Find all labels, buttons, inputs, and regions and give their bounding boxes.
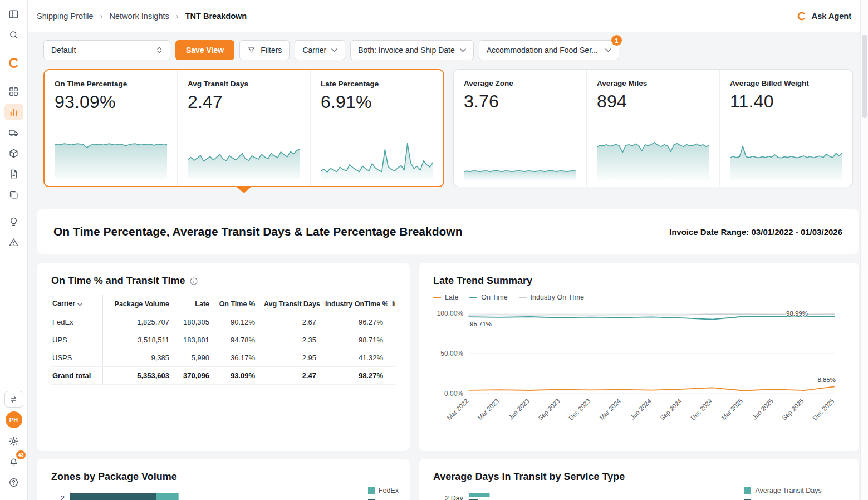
notifications-bell-icon[interactable]: 43 [4,453,23,470]
table-row: FedEx 1,825,707 180,305 90.12% 2.67 96.2… [51,313,395,331]
cell-truncated [388,313,395,331]
legend-label: FedEx [379,487,399,494]
svg-text:Sep 2023: Sep 2023 [537,398,561,421]
dashboard-grid-icon[interactable] [4,83,23,100]
column-header-package-volume[interactable]: Package Volume [102,295,174,313]
document-icon[interactable] [4,165,23,182]
view-select[interactable]: Default [43,40,170,60]
carrier-dropdown-value: Carrier [302,46,326,55]
cell-late: 370,096 [174,367,214,385]
zones-bar-chart: 2 [51,491,290,500]
sparkline-chart [321,136,433,179]
copy-pages-icon[interactable] [4,186,23,203]
sparkline-chart [55,136,167,179]
cell-on-time-pct: 94.78% [214,331,259,349]
lightbulb-icon[interactable] [4,213,23,230]
cell-industry-on-time: 96.27% [321,313,388,331]
help-icon[interactable] [4,474,23,491]
kpi-label: Average Miles [597,79,709,87]
kpi-average-zone[interactable]: Average Zone 3.76 [454,70,586,187]
legend-item-on-time[interactable]: On Time [469,293,507,301]
svg-text:Dec 2023: Dec 2023 [567,398,591,421]
column-header-carrier[interactable]: Carrier [51,295,102,313]
breadcrumb-shipping-profile[interactable]: Shipping Profile [37,12,94,21]
info-icon[interactable] [189,277,198,286]
warning-icon[interactable] [4,234,23,251]
package-icon[interactable] [4,145,23,161]
industry-dropdown[interactable]: Accommodation and Food Ser... 1 [479,40,619,60]
sort-chevron-icon [77,300,82,308]
industry-filter-count-badge: 1 [611,35,622,46]
chevron-down-icon [605,48,611,52]
zones-by-volume-card: Zones by Package Volume 2 FedEx UPS [37,459,410,500]
breadcrumb-current-page: TNT Breakdown [185,12,247,21]
column-header-truncated[interactable]: Ir [388,295,395,313]
zones-legend: FedEx UPS [368,487,399,500]
column-header-on-time-pct[interactable]: On Time % [214,295,259,313]
cell-carrier: USPS [51,349,102,367]
cell-avg-transit: 2.35 [259,331,321,349]
cell-late: 183,801 [174,331,214,349]
trend-card-title: Late Trend Summary [433,275,532,287]
sparkline-chart [464,136,576,180]
svg-text:2: 2 [61,494,65,500]
ask-agent-label: Ask Agent [812,12,851,21]
date-mode-dropdown[interactable]: Both: Invoice and Ship Date [350,40,474,60]
legend-item-fedex[interactable]: FedEx [368,487,399,494]
late-trend-card: Late Trend Summary Late On Time Indus [419,263,859,451]
brand-logo-icon[interactable] [4,55,23,71]
kpi-average-miles[interactable]: Average Miles 894 [586,70,719,187]
svg-text:Dec 2024: Dec 2024 [689,398,714,422]
svg-text:95.71%: 95.71% [470,321,492,327]
legend-swatch [368,487,375,494]
column-header-avg-transit-days[interactable]: Avg Transit Days [259,295,321,313]
truck-icon[interactable] [4,124,23,141]
column-header-industry-on-time[interactable]: Industry OnTime % [321,295,388,313]
switch-account-icon[interactable] [4,391,23,408]
page-scrollbar[interactable] [860,0,868,500]
app: PH 43 Shipping Profile › Network Insight… [0,0,868,500]
sparkline-chart [730,136,842,180]
svg-text:Jun 2023: Jun 2023 [507,398,531,421]
scrollbar-thumb[interactable] [862,35,867,118]
sparkline-chart [597,136,709,180]
kpi-value: 93.09% [55,92,167,112]
date-mode-value: Both: Invoice and Ship Date [358,46,455,55]
kpi-label: Average Billed Weight [730,79,842,87]
user-avatar[interactable]: PH [6,411,22,428]
kpi-label: Average Zone [464,79,576,87]
table-card-title: On Time % and Transit Time [51,275,185,287]
sidebar-toggle-icon[interactable] [4,6,23,22]
filters-button[interactable]: Filters [239,40,290,60]
settings-gear-icon[interactable] [4,433,23,449]
cell-package-volume: 9,385 [102,349,174,367]
chevron-right-icon: › [100,11,103,21]
transit-by-service-card: Average Days in Transit by Service Type … [419,459,859,500]
legend-item-avg-transit-days[interactable]: Average Transit Days [744,487,848,494]
filter-funnel-icon [247,46,256,55]
search-icon[interactable] [4,26,23,43]
cards-row: On Time % and Transit Time Carrier Packa… [37,263,859,451]
transit-legend: Average Transit Days Industry Average Tr… [744,487,848,500]
analytics-chart-icon[interactable] [4,104,23,120]
svg-text:Dec 2025: Dec 2025 [811,398,835,421]
table-row: UPS 3,518,511 183,801 94.78% 2.35 98.71% [51,331,395,349]
column-header-late[interactable]: Late [174,295,214,313]
toolbar: Default Save View Filters Carrier [43,40,852,60]
save-view-button[interactable]: Save View [175,40,234,60]
legend-item-industry-on-time[interactable]: Industry On TIme [519,293,584,301]
breadcrumb-network-insights[interactable]: Network Insights [110,12,169,21]
ask-agent-button[interactable]: Ask Agent [797,11,851,21]
cell-industry-on-time: 98.71% [321,331,388,349]
invoice-date-range: Invoice Date Range: 03/01/2022 - 01/03/2… [669,227,842,237]
legend-item-late[interactable]: Late [433,293,458,301]
carrier-dropdown[interactable]: Carrier [295,40,345,60]
table-row: USPS 9,385 5,990 36.17% 2.95 41.32% [51,349,395,367]
kpi-avg-transit-days[interactable]: Avg Transit Days 2.47 [177,70,310,186]
transit-bar-chart: 2 Day [433,491,739,500]
kpi-group-averages: Average Zone 3.76 Average Miles 894 Aver… [453,69,853,187]
cell-carrier: UPS [51,331,102,349]
kpi-late-percentage[interactable]: Late Percentage 6.91% [310,70,443,186]
kpi-on-time-percentage[interactable]: On Time Percentage 93.09% [45,70,177,186]
kpi-average-billed-weight[interactable]: Average Billed Weight 11.40 [719,70,852,187]
